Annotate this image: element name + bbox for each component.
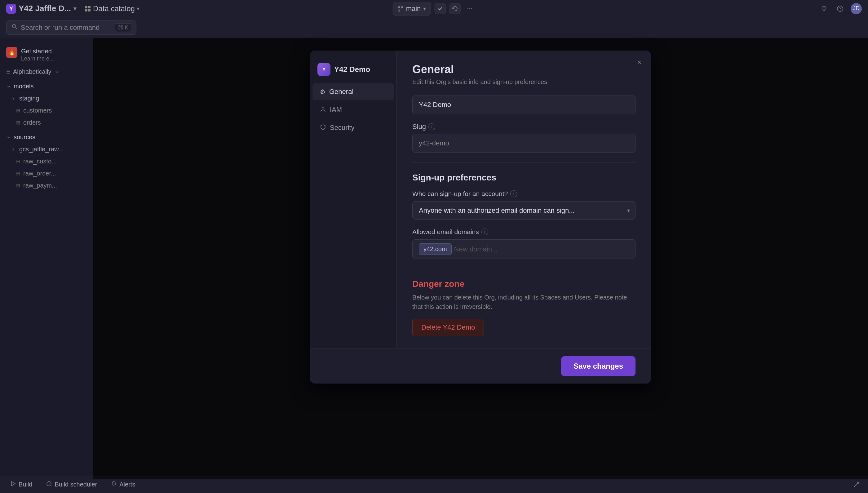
general-nav-icon: ⚙ [320,88,326,95]
security-nav-label: Security [330,124,354,132]
raw-order-icon: ⊟ [16,171,20,176]
modal-footer: Save changes [310,348,651,384]
modal-layout: Y Y42 Demo ⚙ General [310,50,651,348]
build-button[interactable]: Build [6,478,36,491]
modal-content: General Edit this Org's basic info and s… [397,50,651,348]
help-icon [837,5,844,13]
domains-input-wrapper[interactable]: y42.com [412,239,635,259]
svg-point-9 [468,8,469,9]
raw-order-label: raw_order... [23,170,56,177]
sidebar-subitem-raw-order[interactable]: ⊟ raw_order... [0,167,93,179]
modal-sidebar: Y Y42 Demo ⚙ General [310,50,397,348]
modal-title: General [412,63,635,76]
svg-line-16 [16,27,17,29]
svg-point-21 [113,486,114,487]
build-scheduler-button[interactable]: Build scheduler [42,478,101,491]
catalog-label: Data catalog [93,4,135,13]
modal-nav-iam[interactable]: IAM [312,101,394,118]
svg-point-7 [401,6,403,7]
branch-icon [397,5,404,12]
expand-button[interactable] [851,479,862,490]
alerts-icon [111,480,117,488]
build-scheduler-label: Build scheduler [55,481,97,488]
org-dropdown-chevron-icon: ▾ [73,5,76,12]
sidebar-subitem-orders[interactable]: ⊞ orders [0,116,93,129]
delete-org-button[interactable]: Delete Y42 Demo [412,319,484,336]
slug-value: y42-demo [412,134,635,153]
modal-subtitle: Edit this Org's basic info and sign-up p… [412,79,635,86]
org-logo[interactable]: Y Y42 Jaffle D... ▾ [6,4,76,14]
org-name-input[interactable] [412,95,635,114]
svg-marker-19 [12,481,15,486]
svg-rect-3 [88,6,90,8]
check-button[interactable] [434,3,446,14]
preferences-title: Sign-up preferences [412,173,635,183]
search-shortcut-letter: K [125,24,128,31]
main-area: 🔥 Get started Learn the e... ☰ Alphabeti… [0,38,868,479]
more-button[interactable] [464,3,475,14]
section-divider [412,163,635,163]
close-icon: × [637,58,642,67]
topbar-right: JD [818,3,862,14]
search-shortcut-key: ⌘ [118,24,123,31]
refresh-button[interactable] [449,3,460,14]
search-icon [12,24,18,31]
modal-overlay: × Y Y42 Demo [93,38,868,479]
sidebar-section-models: models staging ⊞ customers ⊞ orders [0,80,93,129]
models-collapse-icon [6,84,11,89]
topbar: Y Y42 Jaffle D... ▾ Data catalog ▾ main … [0,0,868,17]
workspace: × Y Y42 Demo [93,38,868,479]
notifications-button[interactable] [818,3,829,14]
alert-icon-svg [111,480,117,487]
sidebar-sources-label: sources [14,134,35,141]
sidebar-get-started[interactable]: 🔥 Get started Learn the e... [0,43,93,66]
sidebar-sort[interactable]: ☰ Alphabetically [0,66,93,78]
modal-nav-security[interactable]: Security [312,120,394,136]
domain-input[interactable] [454,245,629,253]
org-logo-icon: Y [6,4,16,14]
slug-info-icon[interactable]: i [429,123,435,130]
signup-select[interactable]: Anyone with an authorized email domain c… [412,201,635,219]
sidebar-subitem-raw-paym[interactable]: ⊟ raw_paym... [0,179,93,192]
domains-info-icon[interactable]: i [481,229,488,235]
raw-custo-icon: ⊟ [16,158,20,164]
build-play-icon [10,480,16,488]
signup-info-icon[interactable]: i [510,190,517,197]
sidebar-section-models-header[interactable]: models [0,80,93,92]
user-avatar[interactable]: JD [851,3,862,14]
staging-label: staging [19,95,39,102]
sidebar-subitem-customers[interactable]: ⊞ customers [0,105,93,116]
svg-point-14 [840,10,841,10]
sidebar-subitem-raw-custo[interactable]: ⊟ raw_custo... [0,155,93,167]
save-changes-button[interactable]: Save changes [561,356,635,376]
branch-selector[interactable]: main ▾ [393,2,431,16]
bell-icon [820,5,828,13]
svg-point-11 [471,8,472,9]
catalog-dropdown[interactable]: Data catalog ▾ [81,2,143,15]
modal-nav-general[interactable]: ⚙ General [312,83,394,100]
raw-paym-icon: ⊟ [16,183,20,189]
search-shortcut: ⌘ K [115,23,131,32]
sidebar-item-staging[interactable]: staging [0,92,93,105]
who-can-signup-text: Who can sign-up for an account? [412,190,508,197]
play-icon-svg [10,480,16,487]
sources-collapse-icon [6,135,11,140]
sidebar-section-sources-header[interactable]: sources [0,131,93,143]
svg-point-15 [13,24,16,28]
allowed-domains-text: Allowed email domains [412,228,479,236]
sidebar-item-gcs[interactable]: gcs_jaffle_raw... [0,143,93,155]
iam-nav-label: IAM [330,106,342,114]
search-input-wrapper[interactable]: Search or run a command ⌘ K [6,20,136,35]
modal-org-logo-svg: Y [320,65,328,73]
modal-close-button[interactable]: × [634,57,645,68]
help-button[interactable] [834,3,846,14]
domain-tag: y42.com [419,243,452,255]
alerts-button[interactable]: Alerts [107,478,139,491]
check-icon [437,5,443,12]
org-name-field [412,95,635,114]
slug-label: Slug i [412,123,635,131]
orders-label: orders [23,119,41,126]
svg-rect-5 [88,9,90,12]
sidebar-section-sources: sources gcs_jaffle_raw... ⊟ raw_custo...… [0,131,93,192]
svg-rect-4 [85,9,87,12]
